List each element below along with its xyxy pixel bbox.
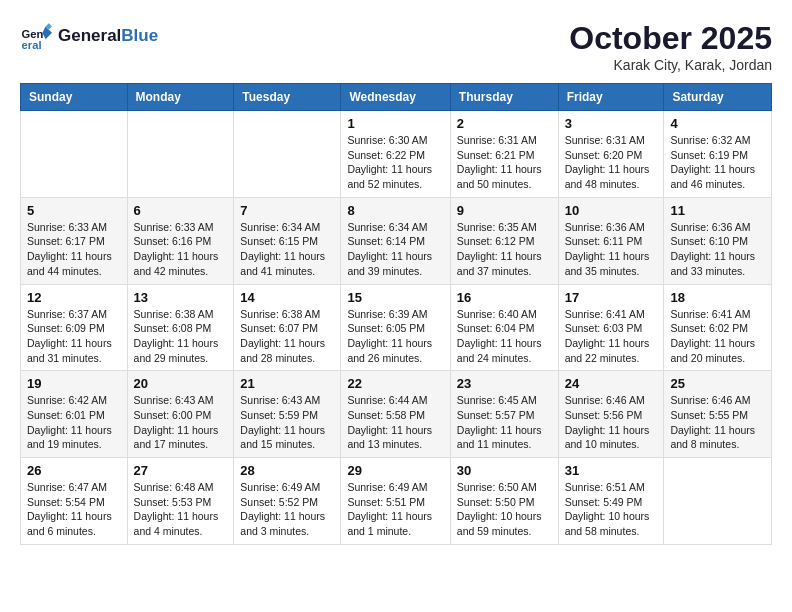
day-number: 6 <box>134 203 228 218</box>
calendar-cell: 4Sunrise: 6:32 AM Sunset: 6:19 PM Daylig… <box>664 111 772 198</box>
day-number: 7 <box>240 203 334 218</box>
calendar-table: SundayMondayTuesdayWednesdayThursdayFrid… <box>20 83 772 545</box>
day-info: Sunrise: 6:43 AM Sunset: 5:59 PM Dayligh… <box>240 393 334 452</box>
svg-text:eral: eral <box>22 39 42 51</box>
calendar-cell: 10Sunrise: 6:36 AM Sunset: 6:11 PM Dayli… <box>558 197 664 284</box>
calendar-cell: 19Sunrise: 6:42 AM Sunset: 6:01 PM Dayli… <box>21 371 128 458</box>
calendar-cell: 18Sunrise: 6:41 AM Sunset: 6:02 PM Dayli… <box>664 284 772 371</box>
day-info: Sunrise: 6:47 AM Sunset: 5:54 PM Dayligh… <box>27 480 121 539</box>
day-number: 23 <box>457 376 552 391</box>
day-info: Sunrise: 6:32 AM Sunset: 6:19 PM Dayligh… <box>670 133 765 192</box>
calendar-week-row: 1Sunrise: 6:30 AM Sunset: 6:22 PM Daylig… <box>21 111 772 198</box>
day-info: Sunrise: 6:49 AM Sunset: 5:52 PM Dayligh… <box>240 480 334 539</box>
weekday-header: Sunday <box>21 84 128 111</box>
calendar-cell <box>21 111 128 198</box>
day-number: 10 <box>565 203 658 218</box>
day-info: Sunrise: 6:46 AM Sunset: 5:55 PM Dayligh… <box>670 393 765 452</box>
day-info: Sunrise: 6:43 AM Sunset: 6:00 PM Dayligh… <box>134 393 228 452</box>
calendar-cell: 29Sunrise: 6:49 AM Sunset: 5:51 PM Dayli… <box>341 458 450 545</box>
day-info: Sunrise: 6:31 AM Sunset: 6:20 PM Dayligh… <box>565 133 658 192</box>
day-info: Sunrise: 6:33 AM Sunset: 6:16 PM Dayligh… <box>134 220 228 279</box>
calendar-cell: 7Sunrise: 6:34 AM Sunset: 6:15 PM Daylig… <box>234 197 341 284</box>
calendar-cell: 22Sunrise: 6:44 AM Sunset: 5:58 PM Dayli… <box>341 371 450 458</box>
day-number: 18 <box>670 290 765 305</box>
day-info: Sunrise: 6:40 AM Sunset: 6:04 PM Dayligh… <box>457 307 552 366</box>
calendar-cell <box>127 111 234 198</box>
day-info: Sunrise: 6:30 AM Sunset: 6:22 PM Dayligh… <box>347 133 443 192</box>
day-number: 25 <box>670 376 765 391</box>
day-info: Sunrise: 6:46 AM Sunset: 5:56 PM Dayligh… <box>565 393 658 452</box>
day-number: 29 <box>347 463 443 478</box>
day-info: Sunrise: 6:50 AM Sunset: 5:50 PM Dayligh… <box>457 480 552 539</box>
day-info: Sunrise: 6:42 AM Sunset: 6:01 PM Dayligh… <box>27 393 121 452</box>
day-info: Sunrise: 6:41 AM Sunset: 6:03 PM Dayligh… <box>565 307 658 366</box>
weekday-header-row: SundayMondayTuesdayWednesdayThursdayFrid… <box>21 84 772 111</box>
logo-name: GeneralBlue <box>58 26 158 46</box>
day-number: 22 <box>347 376 443 391</box>
day-info: Sunrise: 6:51 AM Sunset: 5:49 PM Dayligh… <box>565 480 658 539</box>
day-info: Sunrise: 6:39 AM Sunset: 6:05 PM Dayligh… <box>347 307 443 366</box>
weekday-header: Wednesday <box>341 84 450 111</box>
calendar-cell: 1Sunrise: 6:30 AM Sunset: 6:22 PM Daylig… <box>341 111 450 198</box>
page-header: Gen eral GeneralBlue October 2025 Karak … <box>20 20 772 73</box>
calendar-cell: 12Sunrise: 6:37 AM Sunset: 6:09 PM Dayli… <box>21 284 128 371</box>
calendar-week-row: 5Sunrise: 6:33 AM Sunset: 6:17 PM Daylig… <box>21 197 772 284</box>
day-number: 17 <box>565 290 658 305</box>
day-number: 30 <box>457 463 552 478</box>
day-info: Sunrise: 6:38 AM Sunset: 6:07 PM Dayligh… <box>240 307 334 366</box>
day-number: 5 <box>27 203 121 218</box>
calendar-cell <box>234 111 341 198</box>
day-number: 3 <box>565 116 658 131</box>
day-number: 28 <box>240 463 334 478</box>
day-number: 26 <box>27 463 121 478</box>
day-number: 19 <box>27 376 121 391</box>
day-info: Sunrise: 6:31 AM Sunset: 6:21 PM Dayligh… <box>457 133 552 192</box>
day-number: 4 <box>670 116 765 131</box>
calendar-cell: 15Sunrise: 6:39 AM Sunset: 6:05 PM Dayli… <box>341 284 450 371</box>
calendar-cell: 13Sunrise: 6:38 AM Sunset: 6:08 PM Dayli… <box>127 284 234 371</box>
day-info: Sunrise: 6:37 AM Sunset: 6:09 PM Dayligh… <box>27 307 121 366</box>
calendar-cell: 3Sunrise: 6:31 AM Sunset: 6:20 PM Daylig… <box>558 111 664 198</box>
day-info: Sunrise: 6:44 AM Sunset: 5:58 PM Dayligh… <box>347 393 443 452</box>
weekday-header: Tuesday <box>234 84 341 111</box>
calendar-cell: 26Sunrise: 6:47 AM Sunset: 5:54 PM Dayli… <box>21 458 128 545</box>
calendar-cell: 21Sunrise: 6:43 AM Sunset: 5:59 PM Dayli… <box>234 371 341 458</box>
month-title: October 2025 <box>569 20 772 57</box>
calendar-cell: 14Sunrise: 6:38 AM Sunset: 6:07 PM Dayli… <box>234 284 341 371</box>
day-info: Sunrise: 6:34 AM Sunset: 6:14 PM Dayligh… <box>347 220 443 279</box>
day-number: 14 <box>240 290 334 305</box>
calendar-cell: 30Sunrise: 6:50 AM Sunset: 5:50 PM Dayli… <box>450 458 558 545</box>
calendar-cell <box>664 458 772 545</box>
day-number: 24 <box>565 376 658 391</box>
day-number: 27 <box>134 463 228 478</box>
calendar-cell: 2Sunrise: 6:31 AM Sunset: 6:21 PM Daylig… <box>450 111 558 198</box>
location-subtitle: Karak City, Karak, Jordan <box>569 57 772 73</box>
calendar-cell: 20Sunrise: 6:43 AM Sunset: 6:00 PM Dayli… <box>127 371 234 458</box>
calendar-cell: 5Sunrise: 6:33 AM Sunset: 6:17 PM Daylig… <box>21 197 128 284</box>
svg-text:Gen: Gen <box>22 28 44 40</box>
calendar-cell: 11Sunrise: 6:36 AM Sunset: 6:10 PM Dayli… <box>664 197 772 284</box>
weekday-header: Thursday <box>450 84 558 111</box>
svg-marker-2 <box>42 26 52 39</box>
day-info: Sunrise: 6:33 AM Sunset: 6:17 PM Dayligh… <box>27 220 121 279</box>
day-number: 8 <box>347 203 443 218</box>
title-block: October 2025 Karak City, Karak, Jordan <box>569 20 772 73</box>
day-info: Sunrise: 6:38 AM Sunset: 6:08 PM Dayligh… <box>134 307 228 366</box>
day-info: Sunrise: 6:49 AM Sunset: 5:51 PM Dayligh… <box>347 480 443 539</box>
day-number: 16 <box>457 290 552 305</box>
day-number: 15 <box>347 290 443 305</box>
day-number: 21 <box>240 376 334 391</box>
day-number: 31 <box>565 463 658 478</box>
weekday-header: Saturday <box>664 84 772 111</box>
day-number: 20 <box>134 376 228 391</box>
calendar-cell: 23Sunrise: 6:45 AM Sunset: 5:57 PM Dayli… <box>450 371 558 458</box>
day-number: 12 <box>27 290 121 305</box>
logo-icon: Gen eral <box>20 20 52 52</box>
day-number: 13 <box>134 290 228 305</box>
day-info: Sunrise: 6:36 AM Sunset: 6:10 PM Dayligh… <box>670 220 765 279</box>
calendar-cell: 16Sunrise: 6:40 AM Sunset: 6:04 PM Dayli… <box>450 284 558 371</box>
calendar-cell: 27Sunrise: 6:48 AM Sunset: 5:53 PM Dayli… <box>127 458 234 545</box>
weekday-header: Monday <box>127 84 234 111</box>
day-number: 2 <box>457 116 552 131</box>
calendar-week-row: 26Sunrise: 6:47 AM Sunset: 5:54 PM Dayli… <box>21 458 772 545</box>
